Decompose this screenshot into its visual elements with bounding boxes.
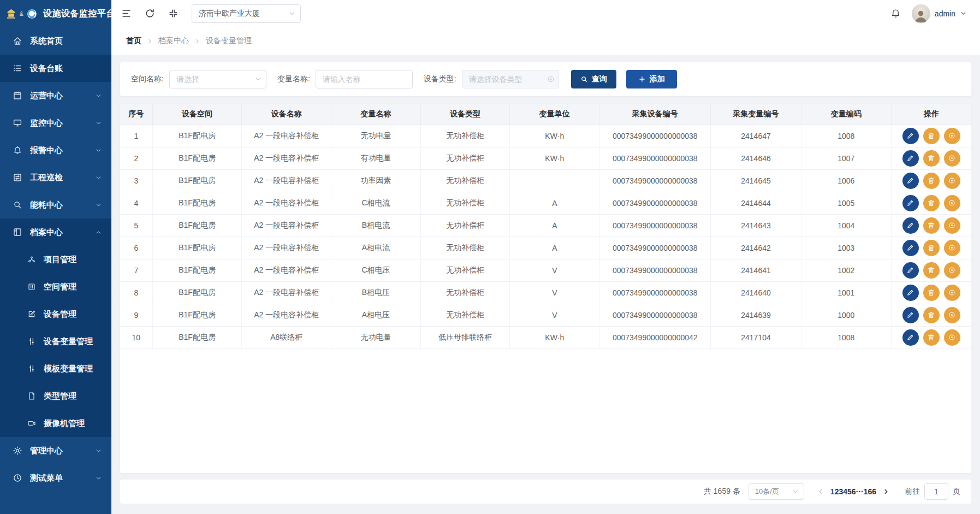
view-icon [948, 154, 956, 162]
add-button[interactable]: 添加 [626, 70, 677, 88]
trash-icon [927, 221, 935, 229]
pagination-ellipsis[interactable]: ··· [856, 487, 864, 496]
query-button[interactable]: 查询 [571, 70, 616, 88]
delete-button[interactable] [923, 329, 940, 346]
delete-button[interactable] [923, 173, 940, 189]
table-cell: 5 [120, 214, 152, 237]
sidebar-item-monitoring[interactable]: 监控中心 [0, 109, 111, 137]
next-page-button[interactable] [878, 483, 894, 500]
sidebar-item-type-mgmt[interactable]: 类型管理 [0, 382, 111, 410]
space-name-label: 空间名称: [131, 74, 164, 84]
edit-button[interactable] [902, 195, 919, 211]
content-area: 空间名称: 变量名称: 设备类型: [111, 55, 980, 514]
refresh-icon[interactable] [145, 8, 155, 19]
sidebar-item-camera-mgmt[interactable]: 摄像机管理 [0, 410, 111, 437]
goto-page-input[interactable] [924, 483, 948, 500]
table-cell: B相电流 [331, 214, 421, 237]
edit-button[interactable] [902, 217, 919, 234]
page-button[interactable]: 166 [864, 487, 876, 496]
edit-button[interactable] [902, 240, 919, 256]
table-cell: 无功补偿柜 [420, 214, 510, 237]
sidebar-item-label: 设备变量管理 [44, 336, 111, 347]
sidebar: & 设施设备监控平台 系统首页设备台账运营中心监控中心报警中心工程巡检能耗中心档… [0, 0, 111, 514]
table-cell: A2 一段电容补偿柜 [242, 125, 331, 147]
chevron-right-icon [146, 38, 153, 45]
table-row: 10B1F配电房A8联络柜无功电量低压母排联络柜KW·h000734990000… [120, 326, 971, 348]
edit-button[interactable] [902, 329, 919, 346]
sidebar-item-ledger[interactable]: 设备台账 [0, 55, 111, 82]
sidebar-item-device-variable-mgmt[interactable]: 设备变量管理 [0, 328, 111, 355]
clear-circle-icon[interactable] [547, 75, 555, 83]
sidebar-item-test-menu[interactable]: 测试菜单 [0, 464, 111, 492]
sidebar-item-project-mgmt[interactable]: 项目管理 [0, 246, 111, 273]
sidebar-item-operations[interactable]: 运营中心 [0, 82, 111, 109]
table-cell: 1002 [801, 259, 891, 281]
edit-button[interactable] [902, 128, 919, 144]
space-name-select[interactable] [169, 70, 266, 88]
breadcrumb-archive-center[interactable]: 档案中心 [158, 36, 189, 46]
view-button[interactable] [944, 128, 960, 144]
view-button[interactable] [944, 195, 960, 211]
view-button[interactable] [944, 329, 960, 346]
delete-button[interactable] [923, 240, 940, 256]
page-button[interactable]: 4 [843, 487, 847, 496]
chevron-down-icon [93, 174, 104, 181]
page-button[interactable]: 1 [830, 487, 835, 496]
prev-page-button[interactable] [812, 483, 829, 500]
view-icon [948, 199, 956, 207]
delete-button[interactable] [923, 285, 940, 301]
sidebar-item-template-variable-mgmt[interactable]: 模板变量管理 [0, 355, 111, 382]
archive-icon [12, 227, 23, 237]
table-cell [510, 169, 599, 192]
sidebar-item-device-mgmt[interactable]: 设备管理 [0, 300, 111, 328]
view-button[interactable] [944, 307, 960, 323]
sidebar-item-space-mgmt[interactable]: 空间管理 [0, 273, 111, 300]
edit-button[interactable] [902, 285, 919, 301]
breadcrumb-home[interactable]: 首页 [126, 36, 141, 46]
variable-name-input[interactable] [316, 70, 413, 88]
edit-button[interactable] [902, 307, 919, 323]
page-button[interactable]: 6 [852, 487, 856, 496]
delete-button[interactable] [923, 217, 940, 234]
delete-button[interactable] [923, 307, 940, 323]
table-row: 7B1F配电房A2 一段电容补偿柜C相电压无功补偿柜V0007349900000… [120, 259, 971, 281]
page-button[interactable]: 5 [847, 487, 852, 496]
view-button[interactable] [944, 262, 960, 279]
view-button[interactable] [944, 173, 960, 189]
view-button[interactable] [944, 285, 960, 301]
delete-button[interactable] [923, 128, 940, 144]
table-row: 3B1F配电房A2 一段电容补偿柜功率因素无功补偿柜00073499000000… [120, 169, 971, 192]
edit-button[interactable] [902, 262, 919, 279]
device-type-select[interactable] [462, 70, 559, 88]
row-actions [891, 192, 971, 214]
add-button-label: 添加 [650, 74, 665, 84]
sidebar-item-patrol[interactable]: 工程巡检 [0, 164, 111, 191]
delete-button[interactable] [923, 262, 940, 279]
page-size-selector[interactable]: 10条/页 [749, 483, 804, 500]
delete-button[interactable] [923, 195, 940, 211]
chevron-down-icon [93, 447, 104, 454]
sidebar-item-home[interactable]: 系统首页 [0, 27, 111, 55]
fullscreen-icon[interactable] [168, 8, 179, 19]
sidebar-item-label: 测试菜单 [30, 473, 86, 483]
edit-icon [906, 199, 914, 207]
user-menu[interactable]: admin [912, 4, 967, 23]
edit-button[interactable] [902, 173, 919, 189]
table-row: 5B1F配电房A2 一段电容补偿柜B相电流无功补偿柜A0007349900000… [120, 214, 971, 237]
notification-bell-icon[interactable] [890, 8, 901, 19]
view-button[interactable] [944, 240, 960, 256]
delete-button[interactable] [923, 150, 940, 167]
company-logo-icon [5, 8, 17, 20]
building-selector[interactable]: 济南中欧产业大厦 [192, 4, 301, 23]
edit-button[interactable] [902, 150, 919, 167]
sidebar-item-energy[interactable]: 能耗中心 [0, 191, 111, 218]
sidebar-item-alarm[interactable]: 报警中心 [0, 137, 111, 164]
sidebar-item-archive[interactable]: 档案中心 [0, 218, 111, 246]
sidebar-item-admin-center[interactable]: 管理中心 [0, 437, 111, 464]
column-header: 变量名称 [331, 104, 421, 125]
view-button[interactable] [944, 150, 960, 167]
row-actions [891, 281, 971, 304]
view-button[interactable] [944, 217, 960, 234]
collapse-sidebar-icon[interactable] [121, 8, 132, 19]
table-cell: 2414644 [711, 192, 801, 214]
